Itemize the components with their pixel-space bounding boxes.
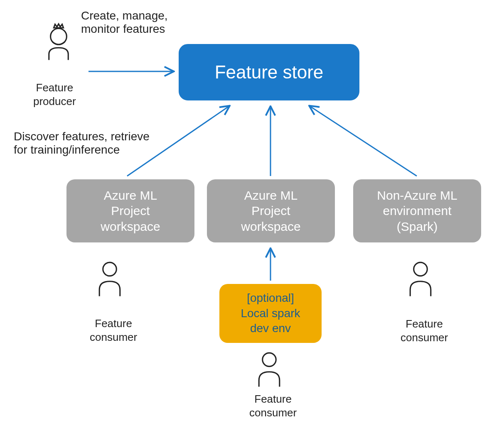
consumer-icon-2 <box>256 349 282 389</box>
consumer-box-1: Azure MLProjectworkspace <box>66 179 194 242</box>
svg-point-1 <box>103 262 117 276</box>
consumer-box-2: Azure MLProjectworkspace <box>207 179 335 242</box>
consumer-label-2: Featureconsumer <box>249 392 297 419</box>
feature-store-box: Feature store <box>179 44 359 100</box>
consumer-label-3: Featureconsumer <box>401 317 448 344</box>
optional-box-label: [optional]Local sparkdev env <box>241 291 300 336</box>
discover-description: Discover features, retrievefor training/… <box>14 130 150 157</box>
consumer-box-1-label: Azure MLProjectworkspace <box>101 188 160 235</box>
consumer-icon-1 <box>97 258 123 298</box>
consumer-box-2-label: Azure MLProjectworkspace <box>241 188 300 235</box>
svg-point-3 <box>414 262 428 276</box>
producer-label: Featureproducer <box>33 81 76 108</box>
consumer-box-3-label: Non-Azure MLenvironment(Spark) <box>377 188 457 235</box>
svg-point-2 <box>263 353 276 367</box>
optional-box: [optional]Local sparkdev env <box>219 284 322 343</box>
consumer-label-1: Featureconsumer <box>90 317 137 344</box>
consumer-box-3: Non-Azure MLenvironment(Spark) <box>353 179 481 242</box>
producer-description: Create, manage,monitor features <box>81 9 168 36</box>
arrow-box3-to-store <box>310 106 417 176</box>
producer-icon <box>46 22 71 62</box>
consumer-icon-3 <box>408 258 433 298</box>
feature-store-title: Feature store <box>215 62 324 83</box>
